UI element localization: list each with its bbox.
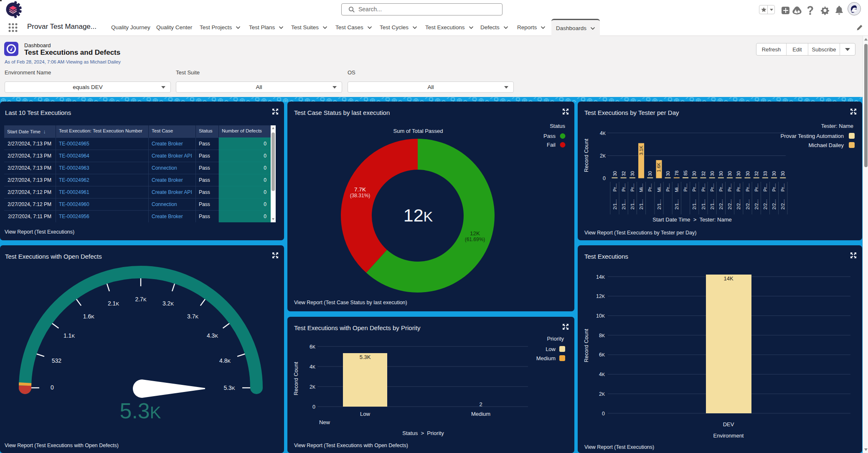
svg-text:Mi...: Mi...: [674, 183, 679, 192]
svg-text:0: 0: [312, 404, 315, 410]
svg-text:4K: 4K: [599, 372, 605, 377]
svg-text:4.8K: 4.8K: [219, 357, 231, 364]
svg-text:78: 78: [674, 171, 679, 176]
svg-text:Pr...: Pr...: [647, 183, 652, 192]
svg-text:2/1...: 2/1...: [692, 199, 697, 209]
svg-text:2/1...: 2/1...: [621, 199, 626, 209]
svg-text:2/2...: 2/2...: [754, 199, 759, 209]
svg-text:Medium: Medium: [471, 411, 490, 417]
svg-text:Pr...: Pr...: [701, 183, 706, 192]
svg-text:2K: 2K: [310, 384, 315, 390]
svg-text:30: 30: [745, 171, 750, 176]
svg-text:30: 30: [772, 171, 777, 176]
svg-text:Mi...: Mi...: [639, 183, 644, 192]
svg-text:32: 32: [754, 171, 759, 176]
svg-text:Pr...: Pr...: [665, 183, 670, 192]
svg-text:30: 30: [710, 171, 715, 176]
svg-text:2/2...: 2/2...: [780, 199, 785, 209]
svg-text:2.7K: 2.7K: [135, 296, 146, 303]
svg-text:2/2...: 2/2...: [736, 199, 741, 209]
svg-text:12K: 12K: [470, 230, 480, 237]
svg-text:Pr...: Pr...: [754, 183, 759, 192]
svg-text:30: 30: [727, 171, 732, 176]
svg-text:1.6K: 1.6K: [83, 313, 94, 320]
svg-text:Mi...: Mi...: [657, 183, 662, 192]
svg-text:Environment: Environment: [713, 433, 744, 439]
svg-text:Pr...: Pr...: [612, 183, 617, 192]
svg-text:4.3K: 4.3K: [207, 332, 218, 339]
svg-text:Status: Status: [550, 123, 565, 129]
svg-text:30: 30: [780, 171, 785, 176]
svg-text:Pr...: Pr...: [683, 183, 688, 192]
svg-text:Start Date Time > Tester: Na: Start Date Time > Tester: Name: [652, 216, 731, 223]
svg-text:85: 85: [683, 171, 688, 176]
svg-text:2/1...: 2/1...: [630, 199, 635, 209]
svg-text:0: 0: [603, 176, 606, 181]
svg-text:Record Count: Record Count: [583, 139, 589, 173]
svg-text:Record Count: Record Count: [293, 362, 299, 396]
svg-text:30: 30: [692, 171, 697, 176]
svg-text:14K: 14K: [723, 275, 733, 282]
svg-text:Medium: Medium: [536, 355, 556, 361]
svg-text:30: 30: [630, 171, 635, 176]
svg-text:Sum of Total Passed: Sum of Total Passed: [393, 128, 443, 134]
svg-text:Pr...: Pr...: [736, 183, 741, 192]
svg-text:2/1...: 2/1...: [701, 199, 706, 209]
svg-text:Priority: Priority: [547, 336, 564, 342]
svg-text:0: 0: [602, 411, 605, 417]
svg-text:2/1...: 2/1...: [612, 199, 617, 209]
svg-text:2/2...: 2/2...: [745, 199, 750, 209]
svg-text:7.7K: 7.7K: [354, 186, 366, 193]
svg-text:(61.69%): (61.69%): [465, 237, 485, 242]
svg-text:8K: 8K: [599, 333, 605, 338]
svg-text:Pr...: Pr...: [718, 183, 723, 192]
svg-text:2: 2: [479, 401, 482, 407]
svg-text:2.1K: 2.1K: [108, 300, 119, 307]
svg-text:33: 33: [763, 171, 768, 176]
svg-text:Pr...: Pr...: [630, 183, 635, 192]
svg-text:6K: 6K: [310, 344, 315, 350]
svg-text:Pr...: Pr...: [621, 183, 626, 192]
svg-text:2/2...: 2/2...: [727, 199, 732, 209]
svg-text:30: 30: [736, 171, 741, 176]
svg-text:6K: 6K: [599, 352, 605, 358]
svg-text:Fail: Fail: [547, 142, 556, 148]
svg-text:2/2...: 2/2...: [772, 199, 777, 209]
svg-text:Pr...: Pr...: [692, 183, 697, 192]
svg-text:30: 30: [718, 171, 723, 176]
svg-text:2/1...: 2/1...: [657, 199, 662, 209]
svg-text:Record Count: Record Count: [583, 329, 589, 363]
svg-text:32: 32: [621, 171, 626, 176]
svg-text:Pr...: Pr...: [763, 183, 768, 192]
svg-text:Pr...: Pr...: [727, 183, 732, 192]
svg-text:2/1...: 2/1...: [639, 199, 644, 209]
svg-text:4K: 4K: [600, 130, 606, 136]
svg-text:30: 30: [647, 171, 652, 176]
svg-text:30: 30: [665, 171, 670, 176]
svg-text:DEV: DEV: [723, 421, 734, 428]
svg-text:532: 532: [52, 357, 62, 364]
svg-text:New: New: [319, 419, 330, 425]
svg-text:2/1...: 2/1...: [674, 199, 679, 209]
svg-text:1.6K: 1.6K: [657, 162, 662, 172]
svg-text:12K: 12K: [404, 205, 433, 225]
svg-text:2/1...: 2/1...: [710, 199, 715, 209]
svg-text:32: 32: [701, 171, 706, 176]
svg-text:Status > Priority: Status > Priority: [402, 430, 444, 436]
svg-text:2/2...: 2/2...: [763, 199, 768, 209]
svg-text:Pass: Pass: [543, 133, 556, 139]
svg-text:3.7K: 3.7K: [187, 313, 198, 320]
svg-text:3.1K: 3.1K: [639, 145, 644, 155]
svg-text:30: 30: [612, 171, 617, 176]
svg-text:Provar Testing Automation: Provar Testing Automation: [780, 133, 844, 139]
svg-text:2/2...: 2/2...: [718, 199, 723, 209]
svg-text:Pr...: Pr...: [745, 183, 750, 192]
svg-text:Michael Dailey: Michael Dailey: [808, 142, 844, 148]
svg-text:14K: 14K: [596, 274, 605, 280]
svg-text:4K: 4K: [310, 364, 315, 370]
svg-text:Tester: Name: Tester: Name: [821, 123, 853, 129]
svg-text:12K: 12K: [596, 293, 605, 299]
svg-text:10K: 10K: [596, 313, 605, 319]
svg-text:Pr...: Pr...: [780, 183, 785, 192]
svg-text:1.1K: 1.1K: [63, 332, 75, 339]
